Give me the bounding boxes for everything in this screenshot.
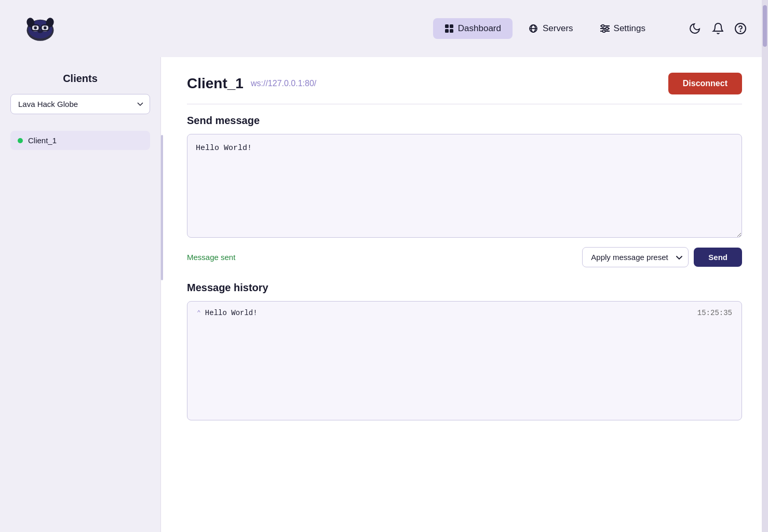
history-message: ⌃ Hello World!: [197, 309, 258, 317]
history-item: ⌃ Hello World! 15:25:35: [187, 302, 742, 324]
preset-wrapper: Apply message preset: [582, 247, 689, 267]
svg-rect-14: [445, 29, 449, 33]
client-url: ws://127.0.0.1:80/: [251, 79, 668, 88]
send-controls: Apply message preset Send: [582, 247, 742, 267]
history-box: ⌃ Hello World! 15:25:35: [187, 301, 742, 420]
svg-point-24: [602, 30, 605, 33]
nav-servers[interactable]: Servers: [517, 18, 585, 39]
svg-rect-12: [445, 24, 449, 28]
svg-rect-15: [450, 29, 453, 33]
nav-settings[interactable]: Settings: [589, 18, 657, 39]
logo-icon: [21, 12, 60, 46]
send-message-section: Send message Hello World! Message sent A…: [187, 115, 742, 267]
svg-point-20: [601, 25, 604, 28]
client-header: Client_1 ws://127.0.0.1:80/ Disconnect: [187, 73, 742, 104]
help-icon[interactable]: [734, 22, 747, 35]
send-row: Message sent Apply message preset: [187, 247, 742, 267]
svg-point-22: [605, 28, 608, 30]
preset-select[interactable]: Apply message preset: [582, 247, 689, 267]
header-icons: [688, 22, 747, 35]
client-status-dot: [18, 138, 23, 143]
settings-icon: [600, 24, 610, 33]
arrow-up-icon: ⌃: [197, 309, 201, 317]
content-inner: Client_1 ws://127.0.0.1:80/ Disconnect S…: [187, 73, 742, 420]
send-button[interactable]: Send: [694, 248, 742, 267]
main-layout: Clients Lava Hack Globe Client_1 Client_…: [0, 57, 768, 532]
header: Dashboard Servers Settings: [0, 0, 768, 57]
svg-point-7: [44, 26, 47, 29]
logo: [21, 12, 60, 46]
dashboard-icon: [444, 24, 454, 33]
moon-icon[interactable]: [688, 22, 702, 35]
servers-icon: [528, 24, 538, 33]
send-message-title: Send message: [187, 115, 742, 127]
server-dropdown[interactable]: Lava Hack Globe: [10, 94, 150, 114]
history-text: Hello World!: [205, 309, 258, 317]
sidebar: Clients Lava Hack Globe Client_1: [0, 57, 161, 532]
scrollbar-thumb[interactable]: [763, 5, 767, 47]
disconnect-button[interactable]: Disconnect: [668, 73, 742, 94]
client-title: Client_1: [187, 75, 244, 92]
client-name: Client_1: [28, 136, 57, 145]
content-area: Client_1 ws://127.0.0.1:80/ Disconnect S…: [161, 57, 768, 532]
nav: Dashboard Servers Settings: [433, 18, 657, 39]
client-item-1[interactable]: Client_1: [10, 131, 150, 150]
message-input[interactable]: Hello World!: [187, 134, 742, 238]
message-history-section: Message history ⌃ Hello World! 15:25:35: [187, 282, 742, 420]
history-time: 15:25:35: [697, 309, 732, 317]
nav-dashboard[interactable]: Dashboard: [433, 18, 513, 39]
svg-rect-13: [450, 24, 453, 28]
message-sent-label: Message sent: [187, 253, 235, 262]
history-title: Message history: [187, 282, 742, 294]
bell-icon[interactable]: [711, 22, 724, 35]
scrollbar-track[interactable]: [762, 0, 768, 532]
sidebar-title: Clients: [10, 73, 150, 85]
svg-point-6: [34, 26, 37, 29]
